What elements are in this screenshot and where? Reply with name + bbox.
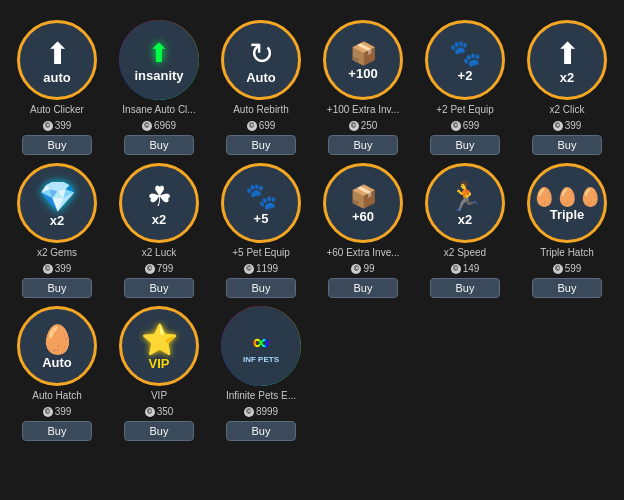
buy-button-vip[interactable]: Buy xyxy=(124,421,194,441)
icon-circle-100-extra-inv: 📦 +100 xyxy=(323,20,403,100)
robux-icon: © xyxy=(351,264,361,274)
card-name-2-pet-equip: +2 Pet Equip xyxy=(420,104,510,116)
card-name-x2-gems: x2 Gems xyxy=(12,247,102,259)
card-name-auto-rebirth: Auto Rebirth xyxy=(216,104,306,116)
clover-icon: ☘ xyxy=(147,180,172,213)
robux-icon: © xyxy=(553,264,563,274)
card-60-extra-inv: 📦 +60 +60 Extra Inve... © 99 Buy xyxy=(316,163,410,298)
card-price-infinite-pets: © 8999 xyxy=(244,406,278,417)
icon-circle-x2-speed: 🏃 x2 xyxy=(425,163,505,243)
robux-icon: © xyxy=(43,407,53,417)
icon-circle-x2-gems: 💎 x2 xyxy=(17,163,97,243)
card-name-60-extra-inv: +60 Extra Inve... xyxy=(318,247,408,259)
robux-icon: © xyxy=(244,264,254,274)
card-price-100-extra-inv: © 250 xyxy=(349,120,378,131)
buy-button-2-pet-equip[interactable]: Buy xyxy=(430,135,500,155)
buy-button-triple-hatch[interactable]: Buy xyxy=(532,278,602,298)
robux-icon: © xyxy=(349,121,359,131)
game-passes-grid: ⬆ auto Auto Clicker © 399 Buy ⬆ insanity… xyxy=(10,20,614,441)
card-auto-clicker: ⬆ auto Auto Clicker © 399 Buy xyxy=(10,20,104,155)
card-price-60-extra-inv: © 99 xyxy=(351,263,374,274)
icon-circle-auto-clicker: ⬆ auto xyxy=(17,20,97,100)
paw-icon: 🐾 xyxy=(449,38,481,69)
insanity-icon: ⬆ xyxy=(148,38,170,69)
icon-circle-triple-hatch: 🥚🥚🥚 Triple xyxy=(527,163,607,243)
arrow-up-icon: ⬆ xyxy=(555,36,580,71)
robux-icon: © xyxy=(451,121,461,131)
icon-circle-auto-hatch: 🥚 Auto xyxy=(17,306,97,386)
card-price-vip: © 350 xyxy=(145,406,174,417)
robux-icon: © xyxy=(145,407,155,417)
card-name-100-extra-inv: +100 Extra Inv... xyxy=(318,104,408,116)
card-name-x2-luck: x2 Luck xyxy=(114,247,204,259)
box-icon: 📦 xyxy=(350,41,377,67)
card-price-auto-clicker: © 399 xyxy=(43,120,72,131)
card-price-x2-gems: © 399 xyxy=(43,263,72,274)
robux-icon: © xyxy=(142,121,152,131)
buy-button-100-extra-inv[interactable]: Buy xyxy=(328,135,398,155)
icon-circle-infinite-pets: ∞ INF PETS xyxy=(221,306,301,386)
card-name-x2-click: x2 Click xyxy=(522,104,612,116)
card-price-5-pet-equip: © 1199 xyxy=(244,263,278,274)
triple-egg-icon: 🥚🥚🥚 xyxy=(533,186,601,208)
robux-icon: © xyxy=(145,264,155,274)
buy-button-insane-auto-cl[interactable]: Buy xyxy=(124,135,194,155)
buy-button-x2-gems[interactable]: Buy xyxy=(22,278,92,298)
infinity-icon: ∞ xyxy=(252,328,269,356)
robux-icon: © xyxy=(451,264,461,274)
card-x2-click: ⬆ x2 x2 Click © 399 Buy xyxy=(520,20,614,155)
robux-icon: © xyxy=(244,407,254,417)
card-price-x2-speed: © 149 xyxy=(451,263,480,274)
card-x2-gems: 💎 x2 x2 Gems © 399 Buy xyxy=(10,163,104,298)
card-price-insane-auto-cl: © 6969 xyxy=(142,120,176,131)
box-icon: 📦 xyxy=(350,184,377,210)
card-price-auto-hatch: © 399 xyxy=(43,406,72,417)
card-name-x2-speed: x2 Speed xyxy=(420,247,510,259)
robux-icon: © xyxy=(553,121,563,131)
icon-circle-vip: ⭐ VIP xyxy=(119,306,199,386)
card-infinite-pets: ∞ INF PETS Infinite Pets E... © 8999 Buy xyxy=(214,306,308,441)
card-auto-rebirth: ↻ Auto Auto Rebirth © 699 Buy xyxy=(214,20,308,155)
rebirth-icon: ↻ xyxy=(249,36,274,71)
paw-icon: 🐾 xyxy=(245,181,277,212)
card-name-infinite-pets: Infinite Pets E... xyxy=(216,390,306,402)
card-name-vip: VIP xyxy=(114,390,204,402)
buy-button-x2-luck[interactable]: Buy xyxy=(124,278,194,298)
card-price-x2-click: © 399 xyxy=(553,120,582,131)
buy-button-auto-hatch[interactable]: Buy xyxy=(22,421,92,441)
buy-button-x2-click[interactable]: Buy xyxy=(532,135,602,155)
buy-button-60-extra-inv[interactable]: Buy xyxy=(328,278,398,298)
icon-circle-60-extra-inv: 📦 +60 xyxy=(323,163,403,243)
robux-icon: © xyxy=(247,121,257,131)
card-price-x2-luck: © 799 xyxy=(145,263,174,274)
gem-icon: 💎 xyxy=(39,179,76,214)
icon-circle-auto-rebirth: ↻ Auto xyxy=(221,20,301,100)
card-vip: ⭐ VIP VIP © 350 Buy xyxy=(112,306,206,441)
icon-circle-x2-luck: ☘ x2 xyxy=(119,163,199,243)
buy-button-auto-clicker[interactable]: Buy xyxy=(22,135,92,155)
star-icon: ⭐ xyxy=(141,322,178,357)
arrow-up-icon: ⬆ xyxy=(45,36,70,71)
run-icon: 🏃 xyxy=(448,180,483,213)
icon-circle-2-pet-equip: 🐾 +2 xyxy=(425,20,505,100)
robux-icon: © xyxy=(43,264,53,274)
card-insane-auto-cl: ⬆ insanity Insane Auto Cl... © 6969 Buy xyxy=(112,20,206,155)
buy-button-auto-rebirth[interactable]: Buy xyxy=(226,135,296,155)
card-price-auto-rebirth: © 699 xyxy=(247,120,276,131)
card-2-pet-equip: 🐾 +2 +2 Pet Equip © 699 Buy xyxy=(418,20,512,155)
egg-icon: 🥚 xyxy=(40,323,75,356)
icon-circle-insane-auto-cl: ⬆ insanity xyxy=(119,20,199,100)
card-5-pet-equip: 🐾 +5 +5 Pet Equip © 1199 Buy xyxy=(214,163,308,298)
buy-button-infinite-pets[interactable]: Buy xyxy=(226,421,296,441)
card-100-extra-inv: 📦 +100 +100 Extra Inv... © 250 Buy xyxy=(316,20,410,155)
card-name-triple-hatch: Triple Hatch xyxy=(522,247,612,259)
card-name-insane-auto-cl: Insane Auto Cl... xyxy=(114,104,204,116)
buy-button-x2-speed[interactable]: Buy xyxy=(430,278,500,298)
card-name-auto-hatch: Auto Hatch xyxy=(12,390,102,402)
card-triple-hatch: 🥚🥚🥚 Triple Triple Hatch © 599 Buy xyxy=(520,163,614,298)
card-price-triple-hatch: © 599 xyxy=(553,263,582,274)
card-x2-speed: 🏃 x2 x2 Speed © 149 Buy xyxy=(418,163,512,298)
buy-button-5-pet-equip[interactable]: Buy xyxy=(226,278,296,298)
card-name-auto-clicker: Auto Clicker xyxy=(12,104,102,116)
card-price-2-pet-equip: © 699 xyxy=(451,120,480,131)
